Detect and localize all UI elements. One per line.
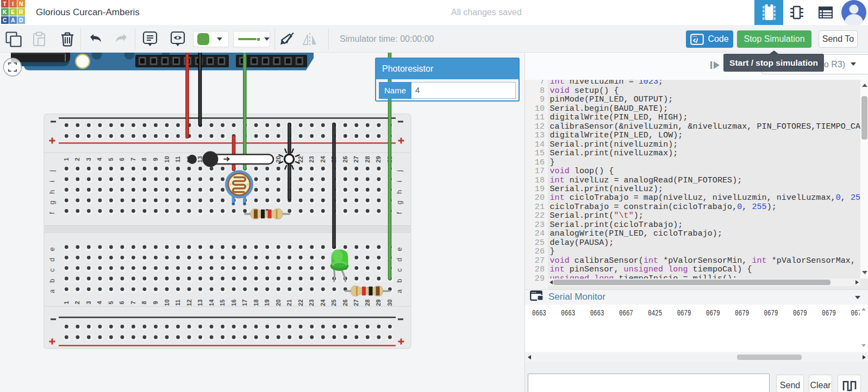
svg-text:c: c [48,268,56,271]
svg-text:b: b [396,279,403,282]
svg-text:14: 14 [208,299,215,306]
svg-text:9: 9 [152,301,159,304]
svg-text:1: 1 [63,301,70,304]
svg-text:f: f [396,212,403,214]
svg-text:16: 16 [230,299,237,306]
svg-text:25: 25 [330,299,337,306]
svg-text:28: 28 [364,299,371,306]
svg-text:27: 27 [353,156,359,162]
svg-text:e: e [48,247,56,251]
svg-text:20: 20 [275,299,282,306]
svg-text:5: 5 [108,301,114,304]
svg-text:6: 6 [118,301,125,304]
svg-text:c: c [396,268,403,271]
svg-text:a: a [396,289,403,293]
svg-text:7: 7 [130,157,136,161]
svg-text:17: 17 [241,299,248,306]
svg-text:2: 2 [74,301,80,304]
svg-text:4: 4 [96,301,103,305]
svg-text:12: 12 [186,299,192,306]
svg-text:18: 18 [253,299,259,306]
svg-text:19: 19 [264,299,270,306]
svg-text:b: b [48,279,56,282]
svg-text:a: a [48,289,56,293]
svg-text:e: e [396,247,403,251]
svg-text:23: 23 [308,156,315,162]
svg-text:g: g [396,200,403,204]
svg-text:7: 7 [130,301,136,304]
svg-text:26: 26 [342,156,348,162]
svg-text:9: 9 [152,157,159,161]
svg-text:i: i [396,181,403,182]
svg-text:21: 21 [286,299,292,306]
svg-text:22: 22 [297,156,304,162]
svg-text:28: 28 [364,156,371,162]
svg-text:8: 8 [141,157,147,161]
svg-text:d: d [396,258,403,262]
svg-text:29: 29 [375,299,382,306]
svg-text:29: 29 [375,156,382,162]
svg-text:22: 22 [297,299,304,306]
svg-text:3: 3 [85,157,92,161]
svg-text:20: 20 [275,156,282,162]
svg-text:6: 6 [118,157,125,161]
svg-text:j: j [396,170,403,172]
svg-text:h: h [48,190,56,194]
svg-text:26: 26 [342,299,348,306]
svg-text:3: 3 [85,301,92,304]
svg-text:f: f [48,212,56,214]
svg-text:10: 10 [164,299,170,306]
svg-text:13: 13 [197,156,203,162]
svg-text:d: d [48,258,56,262]
svg-text:30: 30 [386,299,393,306]
svg-text:i: i [48,181,56,182]
svg-text:5: 5 [108,157,114,161]
svg-text:1: 1 [63,157,70,161]
svg-text:2: 2 [74,157,80,161]
svg-text:27: 27 [353,299,359,306]
svg-text:23: 23 [308,299,315,306]
svg-text:24: 24 [320,299,326,306]
svg-text:g: g [48,200,56,204]
svg-text:13: 13 [197,299,203,306]
svg-text:15: 15 [219,299,226,306]
svg-text:8: 8 [141,301,147,304]
svg-text:11: 11 [174,156,181,163]
svg-text:j: j [48,170,56,172]
svg-text:4: 4 [96,157,103,161]
svg-text:10: 10 [164,156,170,162]
svg-text:24: 24 [320,156,326,163]
svg-text:11: 11 [174,300,181,306]
svg-text:h: h [396,190,403,194]
